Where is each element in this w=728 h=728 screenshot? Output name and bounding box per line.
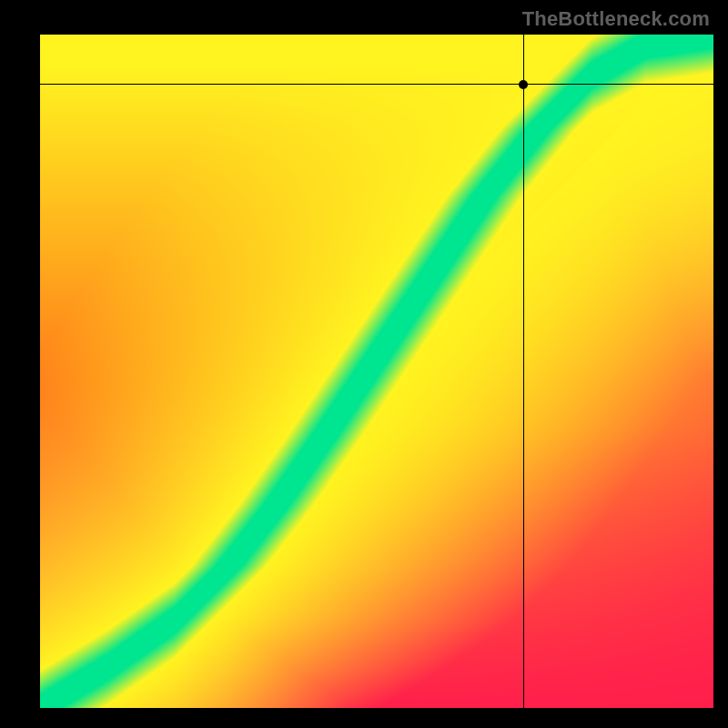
- crosshair-horizontal: [40, 84, 713, 85]
- heatmap-canvas: [40, 35, 713, 708]
- chart-container: TheBottleneck.com: [0, 0, 728, 728]
- watermark-text: TheBottleneck.com: [522, 7, 710, 31]
- crosshair-marker: [519, 80, 528, 89]
- crosshair-vertical: [523, 35, 524, 708]
